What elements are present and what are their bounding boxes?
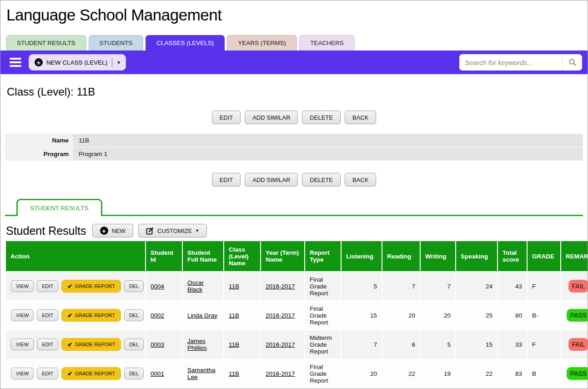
student-name-link[interactable]: Oscar Black [187,279,204,293]
total-score-cell: 83 [498,359,527,388]
del-button[interactable]: DEL [124,368,144,379]
tab-teachers[interactable]: TEACHERS [299,35,355,51]
grade-cell: F [528,330,560,359]
grade-cell: F [528,272,560,300]
delete-button[interactable]: DELETE [302,173,341,187]
column-header[interactable]: Student Id [146,241,182,271]
column-header[interactable]: Speaking [456,241,497,271]
view-button[interactable]: VIEW [11,368,34,379]
student-name-link[interactable]: Samantha Lee [187,367,216,380]
remark-badge: FAIL [568,338,588,351]
plus-circle-icon: + [35,58,43,66]
search-button[interactable] [562,57,582,68]
back-button[interactable]: BACK [345,173,376,187]
page-title: Language School Management [6,6,588,24]
total-score-cell: 43 [498,272,527,300]
grade-report-button[interactable]: ✔GRADE REPORT [61,309,121,322]
year-link[interactable]: 2016-2017 [266,370,295,377]
speaking-score-cell: 24 [456,272,497,300]
hamburger-menu-icon[interactable] [10,58,21,67]
speaking-score-cell: 22 [456,359,497,388]
reading-score-cell: 20 [382,301,420,329]
results-header: Student Results + NEW CUSTOMIZE ▼ [6,224,588,237]
table-row: VIEWEDIT✔GRADE REPORTDEL0003James Philli… [6,330,588,359]
column-header[interactable]: Total score [498,241,527,271]
column-header[interactable]: Student Full Name [183,241,223,271]
tab-classes-levels[interactable]: CLASSES (LEVELS) [146,35,225,51]
student-id-link[interactable]: 0002 [151,312,164,319]
subtab-student-results[interactable]: STUDENT RESULTS [16,199,102,216]
student-id-link[interactable]: 0004 [151,283,164,290]
reading-score-cell: 7 [382,272,420,300]
report-type-cell: Final Grade Report [305,359,341,388]
total-score-cell: 33 [498,330,527,359]
new-result-button[interactable]: + NEW [92,224,133,237]
year-link[interactable]: 2016-2017 [266,341,295,348]
column-header[interactable]: Reading [382,241,420,271]
add-similar-button[interactable]: ADD SIMILAR [245,173,298,187]
toolbar: + NEW CLASS (LEVEL) ▼ [0,51,588,74]
edit-button[interactable]: EDIT [37,368,58,379]
delete-button[interactable]: DELETE [302,111,341,124]
grade-report-button[interactable]: ✔GRADE REPORT [61,338,121,351]
column-header[interactable]: Report Type [305,241,341,271]
table-row: VIEWEDIT✔GRADE REPORTDEL0004Oscar Black1… [6,272,588,300]
grade-report-button[interactable]: ✔GRADE REPORT [61,367,121,380]
column-header[interactable]: Class (Level) Name [224,241,260,271]
check-icon: ✔ [67,312,72,319]
listening-score-cell: 20 [342,359,382,388]
del-button[interactable]: DEL [124,338,144,350]
del-button[interactable]: DEL [124,280,144,292]
view-button[interactable]: VIEW [11,338,34,350]
new-class-level-button[interactable]: + NEW CLASS (LEVEL) ▼ [29,54,126,71]
year-link[interactable]: 2016-2017 [266,283,295,290]
student-id-link[interactable]: 0001 [151,370,164,377]
column-header[interactable]: Year (Term) Name [261,241,304,271]
edit-button[interactable]: EDIT [212,111,241,124]
tab-students[interactable]: STUDENTS [89,35,144,51]
student-id-link[interactable]: 0003 [151,341,164,348]
student-name-link[interactable]: James Phillips [187,338,207,351]
column-header[interactable]: REMARK [561,241,588,271]
year-link[interactable]: 2016-2017 [266,312,295,319]
class-link[interactable]: 11B [229,283,239,290]
column-header[interactable]: Action [6,241,145,271]
grade-report-button[interactable]: ✔GRADE REPORT [61,280,121,293]
results-tbody: VIEWEDIT✔GRADE REPORTDEL0004Oscar Black1… [6,272,588,388]
remark-badge: PASS [567,309,588,322]
customize-button[interactable]: CUSTOMIZE ▼ [138,224,207,237]
column-header[interactable]: GRADE [528,241,560,271]
column-header[interactable]: Writing [421,241,455,271]
del-button[interactable]: DEL [124,309,144,321]
search-input[interactable] [459,54,562,71]
row-actions: VIEWEDIT✔GRADE REPORTDEL [10,309,141,322]
writing-score-cell: 7 [421,272,455,300]
remark-badge: PASS [567,367,588,380]
view-button[interactable]: VIEW [11,280,34,292]
tab-years-terms[interactable]: YEARS (TERMS) [227,35,297,51]
caret-down-icon[interactable]: ▼ [116,60,121,65]
program-field-label: Program [5,147,73,161]
edit-button[interactable]: EDIT [212,173,241,187]
class-link[interactable]: 11B [229,312,239,319]
back-button[interactable]: BACK [345,111,376,124]
tab-student-results[interactable]: STUDENT RESULTS [6,35,86,51]
search-icon [568,58,577,66]
check-icon: ✔ [67,283,72,290]
view-button[interactable]: VIEW [11,309,34,321]
column-header[interactable]: Listening [342,241,382,271]
class-link[interactable]: 11B [229,370,239,377]
edit-button[interactable]: EDIT [37,338,58,350]
student-name-link[interactable]: Linda Gray [187,312,217,319]
listening-score-cell: 5 [342,272,382,300]
field-row-program: Program Program 1 [5,147,583,161]
main-tabs: STUDENT RESULTS STUDENTS CLASSES (LEVELS… [0,35,588,51]
detail-actions-top: EDIT ADD SIMILAR DELETE BACK [5,111,583,124]
plus-circle-icon: + [100,227,108,235]
class-link[interactable]: 11B [229,341,239,348]
edit-button[interactable]: EDIT [37,280,58,292]
edit-button[interactable]: EDIT [37,309,58,321]
row-actions: VIEWEDIT✔GRADE REPORTDEL [10,280,141,293]
customize-label: CUSTOMIZE [157,227,192,234]
add-similar-button[interactable]: ADD SIMILAR [245,111,298,124]
